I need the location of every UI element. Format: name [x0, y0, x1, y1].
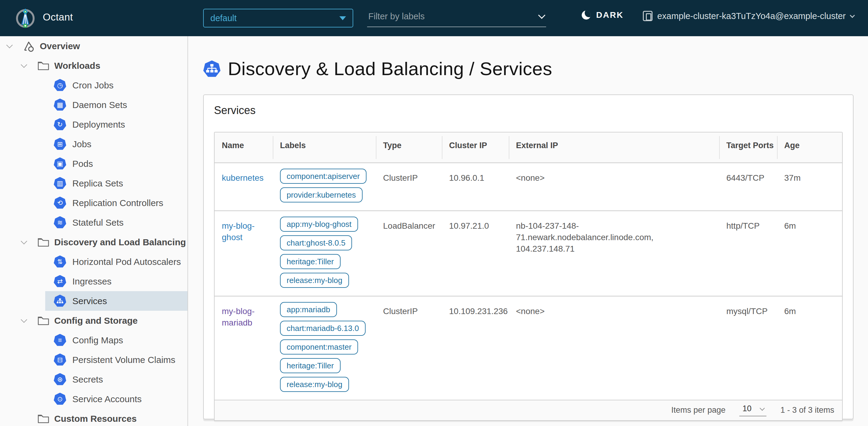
sidebar-item-ingresses[interactable]: ⇄Ingresses: [0, 272, 187, 291]
sidebar-item-label: Secrets: [72, 374, 103, 385]
card-title: Services: [214, 104, 843, 117]
label-pill[interactable]: component:apiserver: [280, 169, 367, 184]
caret-down-icon: [339, 16, 346, 20]
sidebar-item-secrets[interactable]: ⊛Secrets: [0, 370, 187, 389]
page-title: Discovery & Load Balancing / Services: [228, 58, 552, 79]
stateful-sets-icon: ≋: [54, 216, 66, 229]
table-row-kubernetes: kubernetescomponent:apiserverprovider:ku…: [215, 163, 842, 210]
sidebar-item-custom-resources[interactable]: Custom Resources: [0, 409, 187, 426]
cluster-context-selector[interactable]: example-cluster-ka3TuTzYo4a@example-clus…: [643, 11, 854, 21]
service-accounts-icon: ⊙: [54, 393, 66, 405]
service-link-my-blog-ghost[interactable]: my-blog-ghost: [222, 221, 255, 242]
sidebar-item-workloads[interactable]: Workloads: [0, 56, 187, 76]
deployments-icon: ↻: [54, 118, 66, 131]
services-icon: [54, 295, 66, 307]
cell-name: my-blog-mariadb: [215, 296, 273, 400]
sidebar-item-daemon-sets[interactable]: ▦Daemon Sets: [0, 95, 187, 115]
chevron-down-icon[interactable]: [21, 61, 27, 68]
sidebar-item-jobs[interactable]: ⊞Jobs: [0, 134, 187, 154]
cell-labels: app:my-blog-ghostchart:ghost-8.0.5herita…: [273, 210, 376, 296]
service-heptagon-icon: [203, 60, 221, 78]
cell-age: 37m: [777, 163, 842, 210]
replication-controllers-icon: ⟲: [54, 197, 66, 209]
sidebar-item-stateful-sets[interactable]: ≋Stateful Sets: [0, 213, 187, 232]
sidebar-item-persistent-volume-claims[interactable]: ⊟Persistent Volume Claims: [0, 350, 187, 370]
cell-type: ClusterIP: [376, 296, 442, 400]
namespace-select-value: default: [210, 13, 237, 23]
label-pill[interactable]: component:master: [280, 339, 358, 354]
sidebar-item-label: Overview: [40, 41, 80, 51]
sidebar-item-service-accounts[interactable]: ⊙Service Accounts: [0, 389, 187, 409]
label-filter-input[interactable]: Filter by labels: [367, 9, 546, 27]
secrets-icon: ⊛: [54, 373, 66, 386]
sidebar-item-horizontal-pod-autoscalers[interactable]: ⇅Horizontal Pod Autoscalers: [0, 252, 187, 272]
label-pill[interactable]: release:my-blog: [280, 377, 349, 392]
label-pill[interactable]: chart:ghost-8.0.5: [280, 235, 352, 250]
services-card: Services NameLabelsTypeCluster IPExterna…: [203, 94, 854, 419]
label-pill[interactable]: app:mariadb: [280, 302, 337, 317]
services-datagrid: NameLabelsTypeCluster IPExternal IPTarge…: [214, 132, 843, 421]
theme-toggle-label: DARK: [596, 10, 624, 20]
cron-jobs-icon: ◷: [54, 79, 66, 92]
sidebar-item-config-and-storage[interactable]: Config and Storage: [0, 311, 187, 330]
table-row-my-blog-mariadb: my-blog-mariadbapp:mariadbchart:mariadb-…: [215, 296, 842, 400]
label-pill[interactable]: release:my-blog: [280, 273, 349, 288]
items-per-page-select[interactable]: 10: [739, 404, 767, 416]
cell-age: 6m: [777, 210, 842, 296]
chevron-slot: [22, 64, 37, 67]
cell-external-ip: <none>: [509, 296, 719, 400]
sidebar-item-label: Jobs: [72, 139, 91, 149]
chevron-down-icon[interactable]: [21, 316, 27, 323]
sidebar-item-label: Deployments: [72, 119, 125, 130]
cell-type: LoadBalancer: [376, 210, 442, 296]
cell-external-ip: <none>: [509, 163, 719, 210]
column-header-target-ports: Target Ports: [719, 133, 777, 163]
chevron-down-icon[interactable]: [6, 42, 13, 48]
sidebar-item-label: Replica Sets: [72, 178, 123, 189]
sidebar-item-overview[interactable]: Overview: [0, 36, 187, 56]
cell-external-ip: nb-104-237-148-71.newark.nodebalancer.li…: [509, 210, 719, 296]
sidebar-item-label: Services: [72, 296, 107, 306]
sidebar-item-label: Discovery and Load Balancing: [54, 237, 186, 247]
cell-target-ports: mysql/TCP: [719, 296, 777, 400]
sidebar-item-cron-jobs[interactable]: ◷Cron Jobs: [0, 76, 187, 95]
cell-type: ClusterIP: [376, 163, 442, 210]
label-pill[interactable]: provider:kubernetes: [280, 187, 363, 202]
table-footer: Items per page 10 1 - 3 of 3 items: [215, 400, 842, 420]
sidebar: OverviewWorkloads◷Cron Jobs▦Daemon Sets↻…: [0, 36, 188, 426]
sidebar-item-label: Horizontal Pod Autoscalers: [72, 257, 181, 267]
overview-icon: [23, 40, 36, 52]
pagination-range: 1 - 3 of 3 items: [780, 405, 834, 415]
sidebar-item-pods[interactable]: ▣Pods: [0, 154, 187, 173]
main-content: Discovery & Load Balancing / Services Se…: [188, 36, 868, 426]
column-header-labels: Labels: [273, 133, 376, 163]
octant-logo: [15, 8, 36, 28]
cell-cluster-ip: 10.97.21.0: [442, 210, 509, 296]
sidebar-item-label: Pods: [72, 159, 93, 169]
namespace-select[interactable]: default: [203, 9, 353, 27]
label-pill[interactable]: heritage:Tiller: [280, 254, 341, 269]
persistent-volume-claims-icon: ⊟: [54, 353, 66, 366]
sidebar-item-deployments[interactable]: ↻Deployments: [0, 115, 187, 134]
label-pill[interactable]: heritage:Tiller: [280, 358, 341, 373]
sidebar-item-config-maps[interactable]: ≡Config Maps: [0, 330, 187, 350]
service-link-kubernetes[interactable]: kubernetes: [222, 173, 264, 182]
sidebar-item-replica-sets[interactable]: ▥Replica Sets: [0, 173, 187, 193]
chevron-down-icon[interactable]: [21, 238, 27, 245]
sidebar-item-discovery-and-load-balancing[interactable]: Discovery and Load Balancing: [0, 232, 187, 252]
label-pill[interactable]: chart:mariadb-6.13.0: [280, 321, 366, 336]
sidebar-item-replication-controllers[interactable]: ⟲Replication Controllers: [0, 193, 187, 213]
ingresses-icon: ⇄: [54, 275, 66, 288]
column-header-cluster-ip: Cluster IP: [442, 133, 509, 163]
theme-toggle-button[interactable]: DARK: [582, 10, 624, 20]
folder-icon: [37, 61, 50, 71]
chevron-slot: [22, 241, 37, 244]
page-title-block: Discovery & Load Balancing / Services: [203, 58, 552, 79]
label-pill[interactable]: app:my-blog-ghost: [280, 217, 358, 232]
sidebar-item-label: Replication Controllers: [72, 198, 163, 208]
sidebar-item-services[interactable]: Services: [0, 291, 187, 311]
cell-labels: app:mariadbchart:mariadb-6.13.0component…: [273, 296, 376, 400]
service-link-my-blog-mariadb[interactable]: my-blog-mariadb: [222, 307, 255, 328]
chevron-down-icon: [850, 13, 855, 18]
sidebar-item-label: Ingresses: [72, 276, 112, 287]
